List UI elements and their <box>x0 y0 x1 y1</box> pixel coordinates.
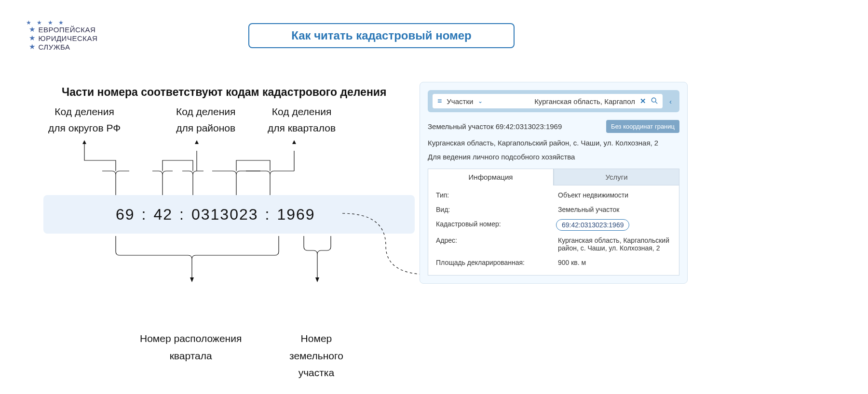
brand-logo: ★ ★ ★ ★ ★ЕВРОПЕЙСКАЯ ★ЮРИДИЧЕСКАЯ ★СЛУЖБ… <box>29 19 97 51</box>
separator-1: : <box>142 206 147 223</box>
bottom-connectors <box>43 231 415 294</box>
clear-search-icon[interactable]: ✕ <box>640 97 646 105</box>
chevron-down-icon[interactable]: ⌄ <box>478 98 483 105</box>
svg-point-6 <box>651 98 656 102</box>
separator-2: : <box>179 206 185 223</box>
label-raion: Код деления для районов <box>176 104 235 136</box>
number-part-okrug: 69 <box>116 206 135 223</box>
logo-line1: ЕВРОПЕЙСКАЯ <box>39 26 96 34</box>
page-title: Как читать кадастровый номер <box>291 29 472 42</box>
svg-marker-3 <box>190 277 194 282</box>
menu-icon[interactable]: ≡ <box>437 97 442 105</box>
label-kvartal-location: Номер расположения квартала <box>140 330 242 364</box>
field-type-key: Тип: <box>436 191 549 199</box>
svg-marker-4 <box>315 277 319 282</box>
info-body: Тип: Объект недвижимости Вид: Земельный … <box>428 185 679 276</box>
cadastral-number-strip: 69 : 42 : 0313023 : 1969 <box>43 195 415 234</box>
page-title-box: Как читать кадастровый номер <box>248 23 515 48</box>
field-type-value: Объект недвижимости <box>558 191 671 199</box>
number-part-raion: 42 <box>153 206 173 223</box>
separator-3: : <box>265 206 271 223</box>
field-cadnum-value: 69:42:0313023:1969 <box>558 220 671 230</box>
card-address: Курганская область, Каргапольский район,… <box>428 139 679 147</box>
number-part-kvartal: 0313023 <box>191 206 258 223</box>
field-address-key: Адрес: <box>436 236 549 252</box>
card-purpose: Для ведения личного подсобного хозяйства <box>428 153 679 161</box>
search-bar: ≡ Участки ⌄ Курганская область, Каргапол… <box>428 90 679 112</box>
field-kind-key: Вид: <box>436 206 549 213</box>
search-icon[interactable] <box>651 97 658 105</box>
cadastral-diagram: Код деления для округов РФ Код деления д… <box>43 104 400 147</box>
field-area-key: Площадь декларированная: <box>436 259 549 266</box>
status-badge: Без координат границ <box>606 120 679 133</box>
field-cadnum-key: Кадастровый номер: <box>436 220 549 230</box>
card-header-row: Земельный участок 69:42:0313023:1969 Без… <box>428 120 679 133</box>
tab-info[interactable]: Информация <box>428 169 554 185</box>
tab-services[interactable]: Услуги <box>554 169 679 185</box>
field-area-value: 900 кв. м <box>558 259 671 266</box>
page-subtitle: Части номера соответствуют кодам кадастр… <box>62 86 386 99</box>
label-parcel-number: Номер земельного участка <box>289 330 343 381</box>
label-okrug: Код деления для округов РФ <box>48 104 121 136</box>
field-address-value: Курганская область, Каргапольский район,… <box>558 236 671 252</box>
logo-line2: ЮРИДИЧЕСКАЯ <box>39 34 98 42</box>
card-tabs: Информация Услуги <box>428 169 679 185</box>
search-query[interactable]: Курганская область, Каргапол <box>488 97 635 105</box>
label-kvartal: Код деления для кварталов <box>268 104 336 136</box>
number-part-parcel: 1969 <box>277 206 315 223</box>
field-kind-value: Земельный участок <box>558 206 671 213</box>
svg-line-7 <box>655 102 657 104</box>
card-header-title: Земельный участок 69:42:0313023:1969 <box>428 122 562 131</box>
chevron-left-icon[interactable]: ‹ <box>666 97 675 105</box>
search-category[interactable]: Участки <box>447 97 473 105</box>
card-panel: ≡ Участки ⌄ Курганская область, Каргапол… <box>420 82 688 284</box>
logo-line3: СЛУЖБА <box>39 43 70 51</box>
